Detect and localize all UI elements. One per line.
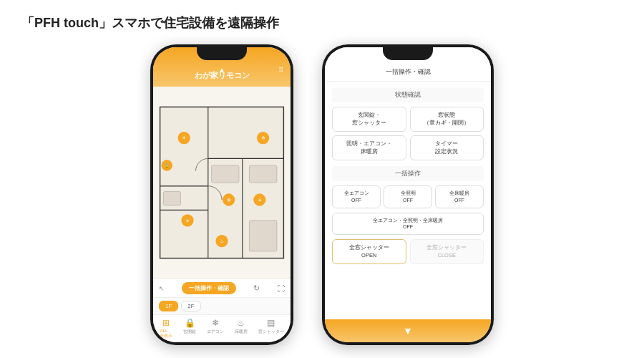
svg-rect-9: [249, 165, 276, 183]
floor-plan: ☀ ❄ ☀ ❄ ☀ ♨ 🔒: [153, 87, 291, 279]
page-title: 「PFH touch」スマホで住宅設備を遠隔操作: [21, 14, 279, 32]
floor-tab-2f[interactable]: 2F: [181, 301, 200, 311]
right-content: 状態確認 玄関錠・ 窓シャッター 窓状態 （章カギ・開閉） 照明・エアコン・ 床…: [325, 82, 491, 319]
refresh-icon[interactable]: ↻: [253, 284, 260, 293]
left-phone-header: ▲ わが家リモコン ⠿: [153, 47, 291, 87]
batch-floor-off[interactable]: 全床暖房 OFF: [435, 185, 484, 208]
batch-ops-row1: 全エアコン OFF 全照明 OFF 全床暖房 OFF: [332, 185, 484, 208]
shutter-open-line1: 全窓シャッター: [336, 244, 403, 252]
batch-floor-line1: 全床暖房: [437, 190, 482, 197]
nav-floor-label: 床暖房: [235, 329, 248, 335]
batch-ac-line2: OFF: [334, 197, 379, 204]
floor-tab-1f[interactable]: 1F: [159, 301, 178, 311]
back-arrow-icon[interactable]: ↖: [159, 285, 165, 292]
nav-lock-icon: 🔒: [185, 318, 195, 328]
status-btn-entrance-line2: 窓シャッター: [336, 120, 403, 127]
batch-ac-off[interactable]: 全エアコン OFF: [332, 185, 381, 208]
batch-light-line2: OFF: [386, 197, 430, 204]
right-bottom-bar[interactable]: ▼: [325, 319, 491, 342]
left-phone-screen: ▲ わが家リモコン ⠿: [153, 47, 291, 342]
shutter-close-btn[interactable]: 全窓シャッター CLOSE: [410, 239, 484, 264]
svg-text:🔒: 🔒: [164, 163, 170, 169]
nav-floor-icon: ♨: [237, 318, 245, 328]
nav-all-label: ALL全表示: [160, 329, 172, 339]
status-btn-window[interactable]: 窓状態 （章カギ・開閉）: [410, 107, 484, 132]
status-btn-timer-line1: タイマー: [414, 140, 481, 148]
nav-item-shutter[interactable]: ▤ 窓シャッター: [258, 318, 284, 339]
right-phone: 一括操作・確認 状態確認 玄関錠・ 窓シャッター 窓状態 （章カギ・開閉）: [322, 44, 494, 345]
status-btn-window-line2: （章カギ・開閉）: [414, 120, 481, 127]
batch-light-off[interactable]: 全照明 OFF: [384, 185, 432, 208]
shutter-close-line2: CLOSE: [414, 252, 481, 260]
status-btn-light-ac-line2: 床暖房: [336, 148, 403, 156]
shutter-open-btn[interactable]: 全窓シャッター OPEN: [332, 239, 406, 264]
header-up-arrow: ▲: [218, 66, 225, 74]
grid-icon[interactable]: ⠿: [278, 66, 283, 74]
svg-text:♨: ♨: [220, 238, 224, 243]
status-btn-entrance-line1: 玄関錠・: [336, 112, 403, 120]
status-btn-timer-line2: 設定状況: [414, 148, 481, 156]
nav-item-floor[interactable]: ♨ 床暖房: [235, 318, 248, 339]
svg-rect-7: [163, 191, 180, 205]
bottom-nav: ⊞ ALL全表示 🔒 玄開錠 ❄ エアコン ♨ 床暖房 ▤ 窓シャッター: [153, 314, 291, 342]
nav-ac-icon: ❄: [212, 318, 219, 328]
shutter-open-line2: OPEN: [336, 252, 403, 260]
batch-floor-line2: OFF: [437, 197, 482, 204]
right-top-bar: 一括操作・確認: [325, 47, 491, 82]
status-btn-window-line1: 窓状態: [414, 112, 481, 120]
svg-rect-8: [212, 165, 239, 183]
status-btn-entrance[interactable]: 玄関錠・ 窓シャッター: [332, 107, 406, 132]
nav-shutter-label: 窓シャッター: [258, 329, 284, 335]
down-arrow-icon: ▼: [403, 325, 413, 337]
nav-shutter-icon: ▤: [267, 318, 275, 328]
nav-item-ac[interactable]: ❄ エアコン: [207, 318, 224, 339]
shutter-buttons: 全窓シャッター OPEN 全窓シャッター CLOSE: [332, 239, 484, 264]
batch-ops-header: 一括操作: [332, 166, 484, 181]
svg-text:❄: ❄: [261, 135, 265, 140]
one-op-button[interactable]: 一括操作・確認: [182, 282, 236, 294]
svg-text:☀: ☀: [258, 198, 262, 203]
svg-text:☀: ☀: [185, 218, 190, 223]
status-check-header: 状態確認: [332, 87, 484, 102]
shutter-close-line1: 全窓シャッター: [414, 244, 481, 252]
fullscreen-icon[interactable]: ⛶: [277, 284, 285, 293]
status-btn-light-ac[interactable]: 照明・エアコン・ 床暖房: [332, 135, 406, 160]
batch-all-off-btn[interactable]: 全エアコン・全照明・全床暖房 OFF: [332, 213, 484, 236]
batch-all-line1: 全エアコン・全照明・全床暖房: [336, 217, 480, 224]
batch-ac-line1: 全エアコン: [334, 190, 379, 197]
svg-rect-10: [249, 221, 276, 251]
batch-all-line2: OFF: [336, 223, 480, 231]
left-phone: ▲ わが家リモコン ⠿: [150, 44, 293, 345]
nav-item-lock[interactable]: 🔒 玄開錠: [183, 318, 196, 339]
phones-container: ▲ わが家リモコン ⠿: [21, 44, 623, 345]
svg-text:☀: ☀: [182, 135, 186, 140]
batch-light-line1: 全照明: [386, 190, 430, 197]
nav-all-icon: ⊞: [162, 318, 170, 328]
status-btn-timer[interactable]: タイマー 設定状況: [410, 135, 484, 160]
floor-tabs: 1F 2F: [153, 297, 291, 314]
nav-ac-label: エアコン: [207, 329, 224, 335]
nav-lock-label: 玄開錠: [183, 329, 196, 335]
status-buttons-grid: 玄関錠・ 窓シャッター 窓状態 （章カギ・開閉） 照明・エアコン・ 床暖房 タイ…: [332, 107, 484, 160]
svg-text:❄: ❄: [227, 198, 231, 203]
left-bottom-bar: ↖ 一括操作・確認 ↻ ⛶: [153, 279, 291, 297]
status-btn-light-ac-line1: 照明・エアコン・: [336, 140, 403, 148]
right-top-label: 一括操作・確認: [386, 68, 431, 75]
right-phone-screen: 一括操作・確認 状態確認 玄関錠・ 窓シャッター 窓状態 （章カギ・開閉）: [325, 47, 491, 342]
nav-item-all[interactable]: ⊞ ALL全表示: [160, 318, 172, 339]
